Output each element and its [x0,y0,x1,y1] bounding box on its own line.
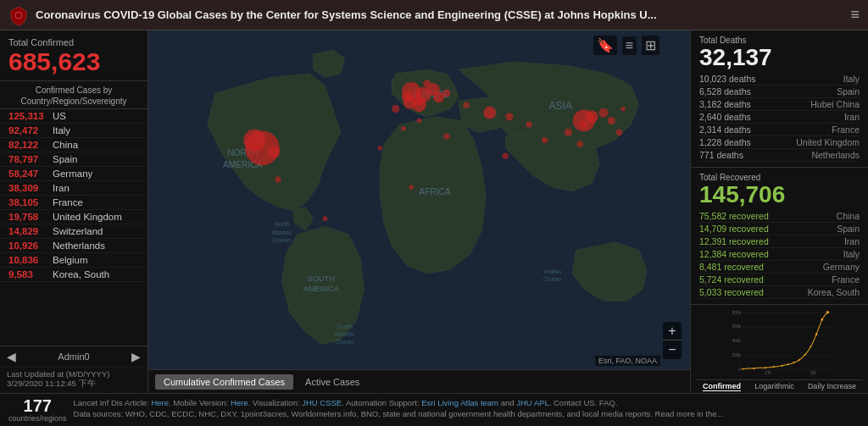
map-toolbar: 🔖 ≡ ⊞ [593,36,659,55]
left-panel: Total Confirmed 685,623 Confirmed Cases … [0,30,148,393]
app-title: Coronavirus COVID-19 Global Cases by the… [36,8,657,21]
svg-point-64 [742,368,743,369]
zoom-in-button[interactable]: + [663,322,682,340]
svg-text:600k: 600k [732,324,742,329]
svg-point-70 [793,362,794,363]
country-count: 10,926 [8,241,53,251]
country-item[interactable]: 82,122China [0,138,147,152]
country-item[interactable]: 58,247Germany [0,167,147,181]
map-zoom-controls: + − [663,322,682,359]
last-updated-label: Last Updated at (M/D/YYYY) [7,369,109,379]
svg-point-42 [377,146,382,151]
country-count: 58,247 [8,169,53,179]
arrow-left-icon[interactable]: ◀ [7,350,16,363]
svg-text:SOUTH: SOUTH [308,274,335,283]
svg-text:Indian: Indian [544,268,561,275]
admin-label: Admin0 [58,351,89,362]
svg-text:400k: 400k [732,339,742,343]
country-item[interactable]: 38,105France [0,196,147,210]
country-item[interactable]: 19,758United Kingdom [0,210,147,224]
total-confirmed-label: Total Confirmed [8,37,139,47]
last-updated: Last Updated at (M/D/YYYY) 3/29/2020 11:… [0,367,147,393]
svg-point-18 [268,146,281,158]
svg-text:Atlantic: Atlantic [334,330,355,338]
last-updated-value: 3/29/2020 11:12:45 下午 [7,379,96,388]
lancet-link[interactable]: Here [151,398,169,407]
recovered-country: Germany [823,262,860,272]
country-item[interactable]: 92,472Italy [0,124,147,138]
jhu-link[interactable]: JHU CSSE [302,398,342,407]
svg-point-72 [804,354,806,356]
svg-text:0: 0 [738,367,741,371]
vis-prefix: . Visualization: [248,398,302,407]
country-item[interactable]: 9,583Korea, South [0,268,147,282]
confirmed-by-country-label: Confirmed Cases byCountry/Region/Soverei… [0,81,147,109]
recovered-list: 75,582 recoveredChina14,709 recoveredSpa… [699,210,860,299]
country-name: Germany [53,169,92,179]
svg-point-71 [798,359,800,361]
grid-view-icon[interactable]: ⊞ [642,36,659,55]
lancet-prefix: Lancet Inf Dis Article: [74,398,152,407]
recovered-item: 12,391 recoveredIran [699,235,860,248]
chart-tab-confirmed[interactable]: Confirmed [703,382,741,391]
country-count-value: 177 [24,397,52,414]
recovered-value: 145,706 [699,182,860,208]
country-list[interactable]: 125,313US92,472Italy82,122China78,797Spa… [0,109,147,346]
svg-point-66 [765,367,766,368]
chart-tab-log[interactable]: Logarithmic [754,382,794,391]
svg-point-74 [815,333,818,335]
country-count: 10,836 [8,255,53,265]
country-item[interactable]: 10,926Netherlands [0,239,147,253]
tab-cumulative[interactable]: Cumulative Confirmed Cases [155,374,293,390]
country-count: 19,758 [8,212,53,222]
country-item[interactable]: 125,313US [0,109,147,124]
arrow-right-icon[interactable]: ▶ [131,350,141,363]
jhu-apl-link[interactable]: JHU APL [516,398,549,407]
country-item[interactable]: 14,829Switzerland [0,224,147,239]
svg-point-44 [392,105,399,113]
recovered-count: 14,709 recovered [699,224,769,234]
recovered-panel: Total Recovered 145,706 75,582 recovered… [691,168,868,305]
deaths-item: 3,182 deathsHubei China [699,98,860,111]
header-left: Coronavirus COVID-19 Global Cases by the… [8,5,657,25]
country-name: Netherlands [53,241,105,251]
svg-point-45 [505,113,513,120]
chart-tabs: Confirmed Logarithmic Daily Increase [696,379,863,393]
svg-point-35 [483,107,496,119]
map-area[interactable]: 🔖 ≡ ⊞ [148,30,690,393]
deaths-value: 32,137 [699,45,860,71]
svg-text:Ocean: Ocean [543,275,562,283]
list-view-icon[interactable]: ≡ [622,36,637,55]
svg-point-37 [443,133,449,139]
menu-icon[interactable]: ≡ [850,6,860,24]
esri-link[interactable]: Esri Living Atlas team [421,398,498,407]
total-confirmed-section: Total Confirmed 685,623 [0,30,147,81]
country-count: 38,309 [8,183,53,193]
svg-text:North: North [274,220,289,228]
chart-tab-daily[interactable]: Daily Increase [808,382,856,391]
zoom-out-button[interactable]: − [663,340,682,359]
deaths-item: 771 deathsNetherlands [699,149,860,162]
svg-point-67 [773,366,775,368]
country-item[interactable]: 78,797Spain [0,152,147,167]
country-name: Korea, South [53,269,109,279]
mobile-link[interactable]: Here [231,398,248,407]
svg-text:South: South [337,323,353,330]
country-count-section: 177 countries/regions [8,397,67,423]
svg-point-34 [573,109,595,131]
country-count: 38,105 [8,197,53,207]
bookmark-icon[interactable]: 🔖 [593,36,617,55]
country-name: Italy [53,125,70,136]
chart-panel: 800k 600k 400k 200k 0 2月 3月 [691,305,868,393]
recovered-count: 8,481 recovered [699,262,764,272]
main-content: Total Confirmed 685,623 Confirmed Cases … [0,30,868,393]
recovered-count: 75,582 recovered [699,211,769,221]
deaths-count: 6,528 deaths [699,86,751,97]
country-item[interactable]: 38,309Iran [0,181,147,196]
deaths-item: 1,228 deathsUnited Kingdom [699,136,860,149]
country-item[interactable]: 10,836Belgium [0,253,147,268]
tab-active[interactable]: Active Cases [297,374,368,390]
svg-point-40 [417,119,422,124]
deaths-item: 2,640 deathsIran [699,111,860,124]
svg-point-49 [616,130,622,136]
